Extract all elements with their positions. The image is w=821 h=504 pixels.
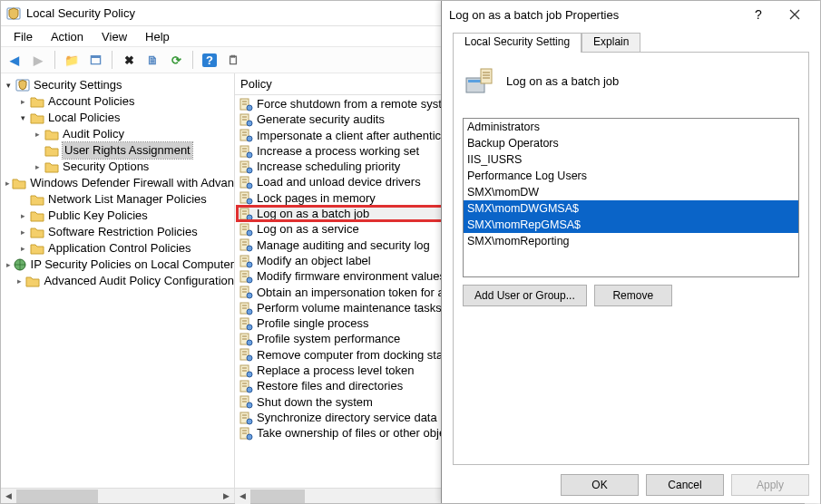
user-entry[interactable]: Performance Log Users xyxy=(464,168,798,184)
tree-pane: ▾Security Settings▸Account Policies▾Loca… xyxy=(1,73,235,503)
main-window: Local Security Policy FileActionViewHelp… xyxy=(0,0,821,504)
svg-point-66 xyxy=(247,340,252,345)
svg-rect-93 xyxy=(481,69,492,83)
window-title: Local Security Policy xyxy=(26,6,135,20)
user-entry[interactable]: Backup Operators xyxy=(464,135,798,151)
help-button[interactable]: ? xyxy=(740,2,777,27)
scroll-left-icon[interactable]: ◀ xyxy=(1,489,16,504)
menu-file[interactable]: File xyxy=(5,27,42,46)
svg-point-86 xyxy=(247,419,252,424)
tree-scrollbar-horizontal[interactable]: ◀ ▶ xyxy=(1,488,234,503)
scroll-thumb[interactable] xyxy=(16,489,98,503)
chevron-down-icon[interactable]: ▾ xyxy=(17,112,28,123)
properties-icon[interactable]: 🗎 xyxy=(142,50,162,70)
scroll-right-icon[interactable]: ▶ xyxy=(219,489,234,504)
svg-point-42 xyxy=(247,246,252,251)
tree-item[interactable]: Network List Manager Policies xyxy=(3,191,234,208)
tree-item[interactable]: ▾Local Policies xyxy=(3,110,234,126)
cancel-button[interactable]: Cancel xyxy=(646,474,724,496)
svg-point-30 xyxy=(247,199,252,204)
svg-point-6 xyxy=(247,105,252,111)
tree-item[interactable]: ▸Windows Defender Firewall with Advan xyxy=(3,175,234,191)
help-icon[interactable]: ? xyxy=(200,50,220,70)
user-entry[interactable]: SMX\momDWGMSA$ xyxy=(464,200,798,217)
policy-label: Modify an object label xyxy=(257,253,371,268)
svg-point-50 xyxy=(247,277,252,283)
svg-point-26 xyxy=(247,183,252,189)
chevron-right-icon[interactable]: ▸ xyxy=(15,276,24,286)
policy-label: Increase a process working set xyxy=(257,143,419,159)
dialog-tabs: Local Security Setting Explain xyxy=(453,32,809,52)
tree-item[interactable]: ▸Advanced Audit Policy Configuration xyxy=(3,273,234,289)
tab-local-security-setting[interactable]: Local Security Setting xyxy=(453,33,582,53)
export-icon[interactable]: 🗒 xyxy=(223,50,243,70)
menu-help[interactable]: Help xyxy=(136,27,179,46)
svg-point-90 xyxy=(247,434,252,440)
tree[interactable]: ▾Security Settings▸Account Policies▾Loca… xyxy=(1,73,234,488)
scroll-left-icon[interactable]: ◀ xyxy=(235,489,250,504)
tab-explain[interactable]: Explain xyxy=(582,33,640,53)
back-icon[interactable]: ◀ xyxy=(5,50,24,70)
user-entry[interactable]: SMX\momReporting xyxy=(464,233,798,249)
tree-item[interactable]: ▸Account Policies xyxy=(3,93,234,110)
menu-action[interactable]: Action xyxy=(42,27,93,46)
close-button[interactable] xyxy=(777,2,813,27)
ok-button[interactable]: OK xyxy=(561,474,639,496)
user-entry[interactable]: IIS_IUSRS xyxy=(464,151,798,168)
svg-point-74 xyxy=(247,372,252,377)
svg-point-14 xyxy=(247,136,252,141)
chevron-right-icon[interactable]: ▸ xyxy=(17,210,28,221)
policy-label: Force shutdown from a remote system xyxy=(257,96,458,111)
svg-point-34 xyxy=(247,215,252,220)
user-entry[interactable]: Administrators xyxy=(464,119,798,135)
tree-label: Local Policies xyxy=(48,110,121,126)
chevron-right-icon[interactable]: ▸ xyxy=(17,243,28,254)
policy-label: Log on as a batch job xyxy=(257,206,369,221)
tree-item[interactable]: ▸Security Options xyxy=(3,159,234,175)
policy-name-label: Log on as a batch job xyxy=(506,74,619,88)
tree-label: Security Settings xyxy=(34,77,122,93)
up-icon[interactable]: 📁 xyxy=(62,50,82,70)
policy-label: Restore files and directories xyxy=(257,378,403,393)
tree-item[interactable]: ▸Software Restriction Policies xyxy=(3,224,234,240)
forward-icon[interactable]: ▶ xyxy=(28,50,48,70)
chevron-right-icon[interactable]: ▸ xyxy=(17,96,28,107)
show-hide-tree-icon[interactable]: 🗔 xyxy=(85,50,105,70)
policy-icon xyxy=(463,65,494,96)
policy-label: Obtain an impersonation token for an xyxy=(257,285,451,300)
chevron-right-icon[interactable]: ▸ xyxy=(32,161,43,172)
user-entry[interactable]: SMX\momDW xyxy=(464,184,798,200)
tree-item[interactable]: ▸Audit Policy xyxy=(3,126,234,142)
chevron-right-icon[interactable]: ▸ xyxy=(5,178,10,189)
chevron-down-icon[interactable]: ▾ xyxy=(3,80,14,91)
policy-label: Replace a process level token xyxy=(257,363,414,378)
tree-label: Security Options xyxy=(63,159,149,175)
tree-root[interactable]: ▾Security Settings xyxy=(3,77,234,93)
add-user-button[interactable]: Add User or Group... xyxy=(463,285,587,306)
chevron-right-icon[interactable]: ▸ xyxy=(17,227,28,237)
user-entry[interactable]: SMX\momRepGMSA$ xyxy=(464,217,798,233)
properties-dialog: Log on as a batch job Properties ? Local… xyxy=(441,1,820,503)
tree-label: Audit Policy xyxy=(63,126,124,142)
tree-item[interactable]: User Rights Assignment xyxy=(3,142,234,159)
toolbar-separator xyxy=(192,51,193,69)
scroll-thumb[interactable] xyxy=(250,489,305,503)
menu-view[interactable]: View xyxy=(93,27,136,46)
tree-label: Advanced Audit Policy Configuration xyxy=(44,273,234,289)
tree-label: Account Policies xyxy=(48,93,134,110)
policy-label: Generate security audits xyxy=(257,111,385,127)
tree-item[interactable]: ▸Application Control Policies xyxy=(3,240,234,257)
apply-button[interactable]: Apply xyxy=(731,474,809,496)
chevron-right-icon[interactable]: ▸ xyxy=(6,259,11,270)
tree-label: Network List Manager Policies xyxy=(48,191,207,208)
user-listbox[interactable]: AdministratorsBackup OperatorsIIS_IUSRSP… xyxy=(463,118,799,277)
tree-label: Public Key Policies xyxy=(48,208,148,224)
remove-button[interactable]: Remove xyxy=(594,285,672,306)
chevron-right-icon[interactable]: ▸ xyxy=(32,129,43,140)
tree-item[interactable]: ▸IP Security Policies on Local Computer xyxy=(3,257,234,273)
svg-point-70 xyxy=(247,355,252,361)
delete-icon[interactable]: ✖ xyxy=(119,50,139,70)
policy-label: Perform volume maintenance tasks xyxy=(257,300,442,315)
refresh-icon[interactable]: ⟳ xyxy=(166,50,186,70)
tree-item[interactable]: ▸Public Key Policies xyxy=(3,208,234,224)
